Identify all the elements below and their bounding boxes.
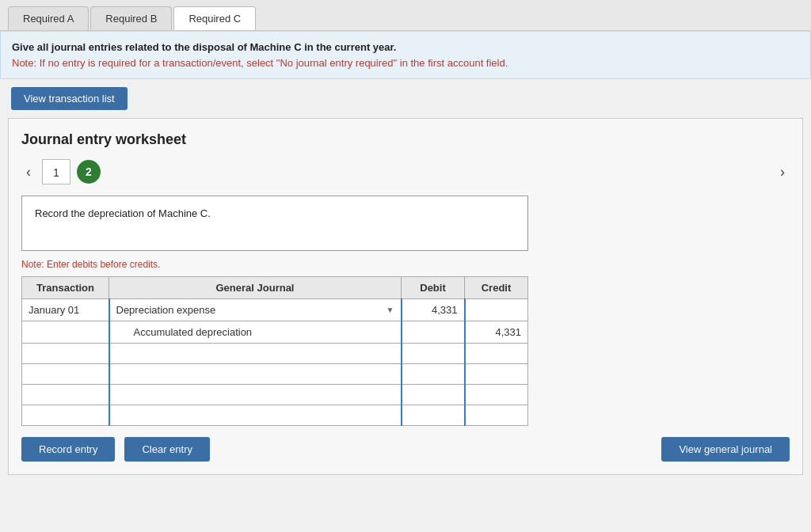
record-entry-button[interactable]: Record entry — [21, 437, 115, 462]
instructions-note: Note: If no entry is required for a tran… — [12, 57, 508, 69]
current-page-box[interactable]: 1 — [42, 159, 70, 184]
table-row-transaction-4[interactable] — [22, 385, 109, 405]
instructions-box: Give all journal entries related to the … — [0, 31, 811, 79]
table-row-transaction-2[interactable] — [22, 344, 109, 364]
header-debit: Debit — [402, 277, 465, 299]
table-row-transaction-3[interactable] — [22, 364, 109, 385]
page-2-badge[interactable]: 2 — [77, 160, 101, 184]
view-general-journal-button[interactable]: View general journal — [661, 437, 790, 462]
worksheet-container: Journal entry worksheet ‹ 1 2 › Record t… — [8, 118, 803, 475]
worksheet-title: Journal entry worksheet — [21, 131, 790, 148]
table-row-debit-2[interactable] — [402, 344, 465, 364]
tab-required-b[interactable]: Required B — [90, 6, 172, 30]
table-row-debit-5[interactable] — [402, 405, 465, 426]
table-row-general-5[interactable] — [109, 405, 402, 426]
clear-entry-button[interactable]: Clear entry — [124, 437, 210, 462]
buttons-row: Record entry Clear entry View general jo… — [21, 437, 790, 462]
table-row-credit-1[interactable]: 4,331 — [465, 321, 528, 344]
description-box: Record the depreciation of Machine C. — [21, 196, 528, 251]
nav-row: ‹ 1 2 › — [21, 159, 790, 184]
note-debits: Note: Enter debits before credits. — [21, 259, 790, 270]
table-row-debit-3[interactable] — [402, 364, 465, 385]
table-row-debit-4[interactable] — [402, 385, 465, 405]
table-row-credit-2[interactable] — [465, 344, 528, 364]
table-row-debit-1[interactable] — [402, 321, 465, 344]
table-row-general-4[interactable] — [109, 385, 402, 405]
next-page-button[interactable]: › — [775, 162, 790, 182]
table-row-general-1[interactable]: Accumulated depreciation — [109, 321, 402, 344]
header-credit: Credit — [465, 277, 528, 299]
table-row-debit-0[interactable]: 4,331 — [402, 299, 465, 321]
view-transaction-button[interactable]: View transaction list — [11, 87, 128, 110]
table-row-credit-4[interactable] — [465, 385, 528, 405]
table-row-general-3[interactable] — [109, 364, 402, 385]
tab-required-c[interactable]: Required C — [173, 6, 256, 30]
header-general-journal: General Journal — [109, 277, 402, 299]
journal-table: Transaction General Journal Debit Credit… — [21, 276, 528, 426]
table-row-general-2[interactable] — [109, 344, 402, 364]
table-row-credit-5[interactable] — [465, 405, 528, 426]
table-row-transaction-5[interactable] — [22, 405, 109, 426]
dropdown-arrow-icon[interactable]: ▼ — [386, 306, 394, 314]
tabs-bar: Required A Required B Required C — [0, 0, 811, 31]
table-row-transaction-0[interactable]: January 01 — [22, 299, 109, 321]
instructions-main: Give all journal entries related to the … — [12, 41, 396, 53]
prev-page-button[interactable]: ‹ — [21, 162, 36, 182]
header-transaction: Transaction — [22, 277, 109, 299]
table-row-general-0[interactable]: Depreciation expense▼ — [109, 299, 402, 321]
tab-required-a[interactable]: Required A — [8, 6, 89, 30]
table-row-transaction-1[interactable] — [22, 321, 109, 344]
table-row-credit-3[interactable] — [465, 364, 528, 385]
table-row-credit-0[interactable] — [465, 299, 528, 321]
